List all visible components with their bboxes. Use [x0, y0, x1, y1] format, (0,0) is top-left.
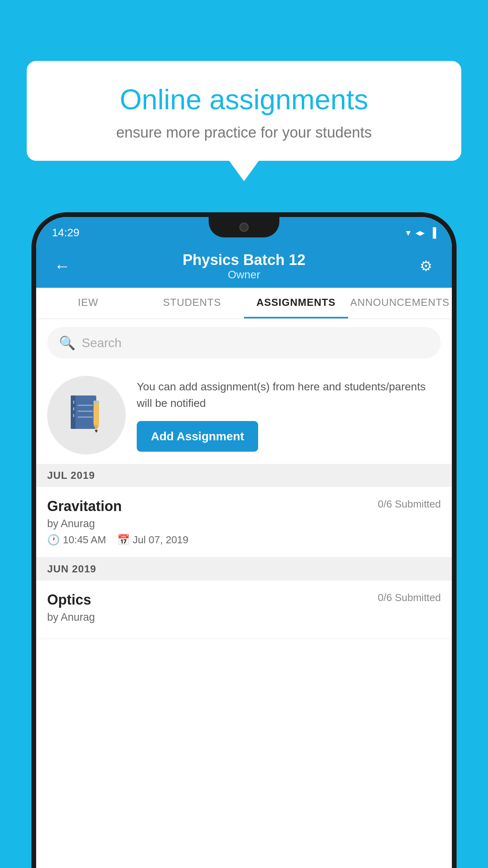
assignment-item-optics[interactable]: Optics 0/6 Submitted by Anurag: [36, 581, 452, 639]
tab-iew[interactable]: IEW: [36, 288, 140, 318]
top-bar: ← Physics Batch 12 Owner ⚙: [36, 245, 452, 288]
batch-subtitle: Owner: [74, 268, 414, 281]
meta-date: 📅 Jul 07, 2019: [117, 534, 189, 546]
info-right: You can add assignment(s) from here and …: [137, 379, 441, 452]
svg-rect-3: [73, 407, 74, 410]
header-title-center: Physics Batch 12 Owner: [74, 252, 414, 281]
optics-submitted: 0/6 Submitted: [378, 592, 441, 604]
search-box[interactable]: 🔍 Search: [47, 327, 441, 359]
assignment-row: Gravitation 0/6 Submitted: [47, 498, 441, 515]
optics-title: Optics: [47, 592, 91, 608]
notebook-icon-circle: [47, 376, 126, 454]
wifi-icon: ▾: [406, 227, 411, 238]
back-button[interactable]: ←: [50, 257, 74, 276]
time-value: 10:45 AM: [63, 534, 106, 546]
assignment-title: Gravitation: [47, 498, 122, 515]
battery-icon: ▐: [429, 227, 436, 238]
svg-rect-1: [71, 395, 75, 429]
bubble-title: Online assignments: [50, 83, 438, 116]
tab-students[interactable]: STUDENTS: [140, 288, 244, 318]
assignment-meta: 🕐 10:45 AM 📅 Jul 07, 2019: [47, 534, 441, 546]
meta-time: 🕐 10:45 AM: [47, 534, 106, 546]
optics-by: by Anurag: [47, 611, 441, 623]
search-container: 🔍 Search: [36, 319, 452, 366]
svg-rect-2: [73, 401, 74, 404]
status-icons: ▾ ◂▸ ▐: [406, 227, 436, 238]
assignment-row-optics: Optics 0/6 Submitted: [47, 592, 441, 608]
assignment-by: by Anurag: [47, 518, 441, 530]
tab-assignments[interactable]: ASSIGNMENTS: [244, 288, 348, 318]
section-header-jun2019: JUN 2019: [36, 557, 452, 581]
tab-announcements[interactable]: ANNOUNCEMENTS: [348, 288, 452, 318]
notch: [209, 217, 279, 237]
camera: [239, 223, 249, 232]
notebook-icon: [67, 394, 106, 437]
info-section: You can add assignment(s) from here and …: [36, 366, 452, 464]
svg-rect-8: [94, 401, 99, 425]
assignment-submitted: 0/6 Submitted: [378, 498, 441, 510]
phone-inner: 14:29 ▾ ◂▸ ▐ ← Physics Batch 12 Owner ⚙ …: [36, 217, 452, 868]
signal-icon: ◂▸: [415, 227, 425, 238]
svg-rect-4: [73, 414, 74, 417]
svg-rect-10: [94, 401, 99, 404]
tabs-bar: IEW STUDENTS ASSIGNMENTS ANNOUNCEMENTS: [36, 288, 452, 319]
add-assignment-button[interactable]: Add Assignment: [137, 421, 258, 452]
clock-icon: 🕐: [47, 534, 60, 546]
status-time: 14:29: [52, 226, 79, 239]
calendar-icon: 📅: [117, 534, 130, 546]
settings-button[interactable]: ⚙: [414, 258, 438, 274]
assignment-item-gravitation[interactable]: Gravitation 0/6 Submitted by Anurag 🕐 10…: [36, 487, 452, 557]
section-header-jul2019: JUL 2019: [36, 464, 452, 487]
bubble-subtitle: ensure more practice for your students: [50, 124, 438, 141]
phone-frame: 14:29 ▾ ◂▸ ▐ ← Physics Batch 12 Owner ⚙ …: [31, 212, 457, 868]
batch-title: Physics Batch 12: [74, 252, 414, 268]
info-text: You can add assignment(s) from here and …: [137, 379, 441, 412]
date-value: Jul 07, 2019: [133, 534, 189, 546]
search-placeholder-text: Search: [82, 336, 121, 350]
svg-marker-11: [95, 430, 98, 433]
speech-bubble: Online assignments ensure more practice …: [27, 61, 461, 161]
search-icon: 🔍: [59, 335, 75, 351]
speech-bubble-container: Online assignments ensure more practice …: [27, 61, 461, 161]
content-area: 🔍 Search: [36, 319, 452, 639]
